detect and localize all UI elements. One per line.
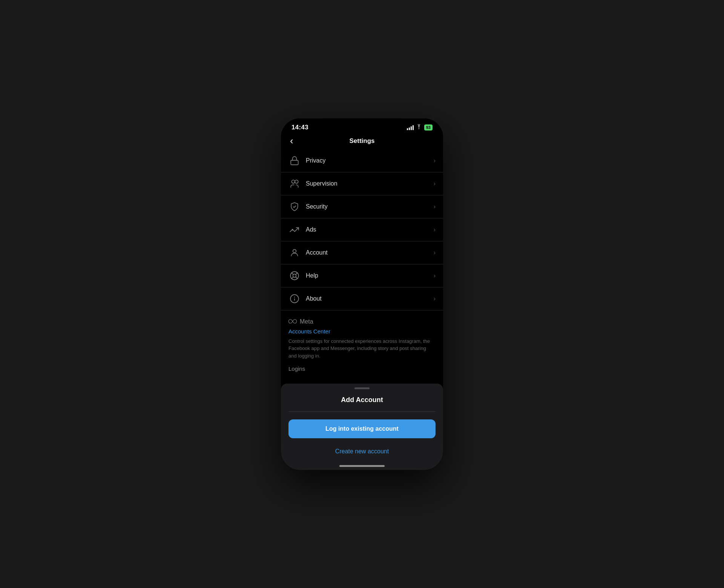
meta-logo: Meta bbox=[288, 318, 436, 326]
page-title: Settings bbox=[349, 137, 374, 145]
svg-line-9 bbox=[296, 277, 298, 279]
sidebar-item-security[interactable]: Security › bbox=[281, 195, 443, 218]
logins-label: Logins bbox=[288, 365, 436, 372]
help-icon bbox=[288, 270, 301, 282]
security-label: Security bbox=[306, 203, 434, 210]
sidebar-item-supervision[interactable]: Supervision › bbox=[281, 172, 443, 195]
wifi-icon bbox=[416, 124, 422, 130]
sidebar-item-ads[interactable]: Ads › bbox=[281, 218, 443, 241]
supervision-label: Supervision bbox=[306, 180, 434, 187]
svg-point-0 bbox=[419, 128, 419, 129]
create-new-account-button[interactable]: Create new account bbox=[288, 444, 436, 459]
privacy-label: Privacy bbox=[306, 157, 434, 164]
sidebar-item-about[interactable]: About › bbox=[281, 287, 443, 310]
back-button[interactable]: ‹ bbox=[287, 134, 296, 148]
status-bar: 14:43 93 bbox=[281, 118, 443, 134]
help-chevron-icon: › bbox=[434, 272, 436, 279]
meta-label: Meta bbox=[300, 318, 313, 325]
status-icons: 93 bbox=[407, 124, 433, 130]
battery-icon: 93 bbox=[424, 124, 433, 130]
svg-point-2 bbox=[291, 180, 295, 183]
sheet-title: Add Account bbox=[288, 396, 436, 404]
ads-chevron-icon: › bbox=[434, 226, 436, 233]
security-chevron-icon: › bbox=[434, 203, 436, 210]
meta-description: Control settings for connected experienc… bbox=[288, 338, 436, 360]
security-icon bbox=[288, 201, 301, 213]
signal-icon bbox=[407, 125, 414, 130]
meta-section: Meta Accounts Center Control settings fo… bbox=[281, 310, 443, 378]
meta-infinity-icon bbox=[288, 318, 297, 326]
sheet-divider bbox=[288, 411, 436, 412]
sidebar-item-account[interactable]: Account › bbox=[281, 241, 443, 264]
svg-point-4 bbox=[292, 229, 293, 230]
svg-line-11 bbox=[291, 277, 293, 279]
privacy-icon bbox=[288, 155, 301, 167]
help-label: Help bbox=[306, 272, 434, 279]
sidebar-item-privacy[interactable]: Privacy › bbox=[281, 149, 443, 172]
accounts-center-link[interactable]: Accounts Center bbox=[288, 328, 436, 335]
about-icon bbox=[288, 293, 301, 305]
status-time: 14:43 bbox=[291, 124, 308, 131]
svg-line-8 bbox=[291, 273, 293, 275]
sheet-handle bbox=[354, 387, 370, 389]
svg-rect-1 bbox=[291, 160, 298, 164]
svg-point-3 bbox=[295, 180, 298, 183]
svg-point-5 bbox=[293, 249, 296, 253]
account-label: Account bbox=[306, 249, 434, 256]
ads-label: Ads bbox=[306, 226, 434, 233]
account-icon bbox=[288, 247, 301, 259]
page-header: ‹ Settings bbox=[281, 134, 443, 149]
about-chevron-icon: › bbox=[434, 295, 436, 302]
home-indicator bbox=[339, 465, 385, 467]
about-label: About bbox=[306, 295, 434, 302]
ads-icon bbox=[288, 224, 301, 236]
sidebar-item-help[interactable]: Help › bbox=[281, 264, 443, 287]
supervision-chevron-icon: › bbox=[434, 180, 436, 187]
supervision-icon bbox=[288, 178, 301, 190]
add-account-bottom-sheet: Add Account Log into existing account Cr… bbox=[281, 384, 443, 470]
log-into-existing-button[interactable]: Log into existing account bbox=[288, 419, 436, 438]
account-chevron-icon: › bbox=[434, 249, 436, 256]
privacy-chevron-icon: › bbox=[434, 157, 436, 164]
svg-line-10 bbox=[296, 273, 298, 275]
